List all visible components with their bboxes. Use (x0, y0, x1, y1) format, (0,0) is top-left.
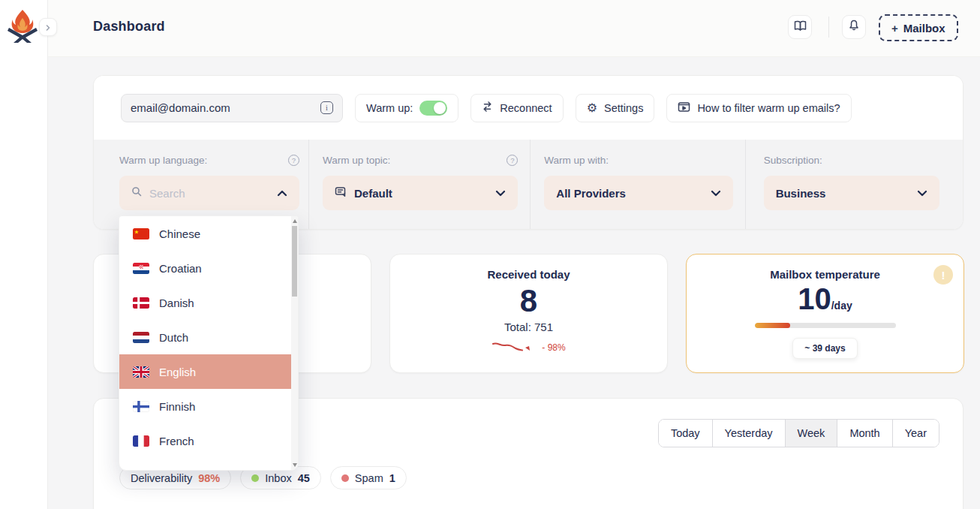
temperature-unit: /day (831, 300, 852, 312)
email-field-wrap: i (121, 94, 343, 122)
chevron-down-icon (917, 186, 927, 200)
provider-label: Warm up with: (544, 155, 609, 166)
dropdown-scrollbar[interactable] (291, 216, 298, 470)
received-value: 8 (390, 284, 667, 318)
reconnect-button[interactable]: Reconnect (470, 94, 563, 122)
received-title: Received today (390, 268, 667, 281)
video-folder-icon (678, 101, 690, 115)
provider-value: All Providers (556, 187, 702, 200)
subscription-select[interactable]: Business (764, 176, 939, 210)
warmup-toggle-group: Warm up: (355, 94, 458, 122)
scroll-down-icon[interactable] (293, 463, 297, 467)
subscription-label: Subscription: (764, 155, 822, 166)
sidebar-expand-button[interactable] (39, 18, 57, 36)
tab-month[interactable]: Month (837, 420, 891, 447)
topic-select[interactable]: Default (323, 176, 518, 210)
flag-finland-icon (133, 401, 149, 412)
how-to-filter-button[interactable]: How to filter warm up emails? (666, 94, 851, 122)
spam-label: Spam (355, 472, 383, 484)
language-option-german[interactable]: German (119, 458, 291, 471)
help-icon[interactable]: ? (288, 155, 299, 166)
chevron-down-icon (711, 186, 721, 200)
scrollbar-thumb[interactable] (292, 226, 297, 297)
warmup-label: Warm up: (366, 102, 413, 114)
chat-icon (335, 186, 347, 200)
language-select[interactable] (119, 176, 299, 210)
flag-denmark-icon (133, 297, 149, 309)
info-icon[interactable]: i (320, 101, 333, 114)
flag-germany-icon (133, 470, 149, 471)
provider-select[interactable]: All Providers (544, 176, 732, 210)
flag-france-icon (133, 435, 149, 447)
gear-icon: ⚙ (587, 102, 597, 114)
deliverability-value: 98% (198, 472, 220, 484)
header-bar (48, 0, 980, 57)
language-option-danish[interactable]: Danish (119, 285, 291, 320)
language-option-chinese[interactable]: Chinese (119, 216, 291, 251)
language-option-french[interactable]: French (119, 423, 291, 458)
language-label: Warm up language: (119, 155, 207, 166)
flag-croatia-icon (133, 263, 149, 274)
filter-subscription: Subscription: Business (745, 140, 963, 229)
add-mailbox-button[interactable]: + Mailbox (879, 14, 958, 41)
docs-button[interactable] (788, 15, 812, 39)
subscription-value: Business (776, 187, 909, 200)
email-field[interactable] (131, 101, 320, 114)
period-tabs: Today Yesterday Week Month Year (658, 419, 939, 447)
chevron-down-icon (495, 186, 506, 200)
days-remaining-chip[interactable]: ~ 39 days (792, 338, 857, 359)
language-search-input[interactable] (149, 187, 269, 200)
warmup-toggle[interactable] (419, 101, 447, 116)
toggle-knob (434, 102, 446, 114)
language-option-english[interactable]: English (119, 354, 291, 389)
tab-year[interactable]: Year (892, 420, 939, 447)
help-icon[interactable]: ? (507, 155, 518, 166)
received-today-card: Received today 8 Total: 751 - 98% (389, 254, 668, 373)
temperature-title: Mailbox temperature (687, 268, 963, 281)
settings-label: Settings (604, 102, 643, 114)
language-option-croatian[interactable]: Croatian (119, 251, 291, 285)
flag-uk-icon (133, 366, 149, 378)
mailbox-toolbar: i Warm up: Reconnect ⚙ Settings (94, 76, 963, 140)
search-icon (131, 186, 142, 200)
inbox-label: Inbox (265, 472, 291, 484)
how-to-filter-label: How to filter warm up emails? (697, 102, 840, 114)
green-dot-icon (251, 474, 259, 482)
language-option-finnish[interactable]: Finnish (119, 389, 291, 423)
received-total: Total: 751 (390, 321, 667, 333)
inbox-value: 45 (298, 472, 310, 484)
mailbox-temperature-card: Mailbox temperature ! 10 /day ~ 39 days (686, 254, 964, 373)
page-title: Dashboard (93, 19, 165, 35)
deliverability-label: Deliverability (131, 472, 192, 484)
received-change: - 98% (542, 342, 565, 353)
warmup-settings-card: i Warm up: Reconnect ⚙ Settings (93, 75, 963, 230)
sidebar (0, 0, 48, 509)
spam-badge[interactable]: Spam 1 (330, 466, 407, 489)
tab-today[interactable]: Today (659, 420, 712, 447)
chevron-right-icon (45, 20, 51, 34)
filter-topic: Warm up topic: ? Default (308, 140, 530, 229)
temperature-progress-fill (755, 323, 790, 328)
filter-provider: Warm up with: All Providers (530, 140, 744, 229)
book-icon (794, 20, 807, 35)
reconnect-icon (482, 101, 493, 114)
flag-netherlands-icon (133, 332, 149, 343)
bell-icon (848, 20, 860, 35)
header-divider (828, 17, 829, 38)
language-option-dutch[interactable]: Dutch (119, 320, 291, 354)
tab-week[interactable]: Week (785, 420, 837, 447)
sparkline-down-icon (492, 339, 538, 356)
app-logo-campfire-icon[interactable] (6, 8, 39, 44)
scroll-up-icon[interactable] (293, 219, 297, 223)
language-dropdown: Chinese Croatian Danish Dutch English Fi… (119, 215, 299, 471)
topic-value: Default (354, 187, 488, 200)
notifications-button[interactable] (842, 15, 866, 39)
temperature-value: 10 (798, 282, 831, 315)
alert-icon[interactable]: ! (933, 265, 953, 285)
spam-value: 1 (389, 472, 395, 484)
topic-label: Warm up topic: (323, 155, 390, 166)
settings-button[interactable]: ⚙ Settings (576, 94, 655, 122)
reconnect-label: Reconnect (500, 102, 552, 114)
red-dot-icon (341, 474, 349, 482)
tab-yesterday[interactable]: Yesterday (712, 420, 785, 447)
